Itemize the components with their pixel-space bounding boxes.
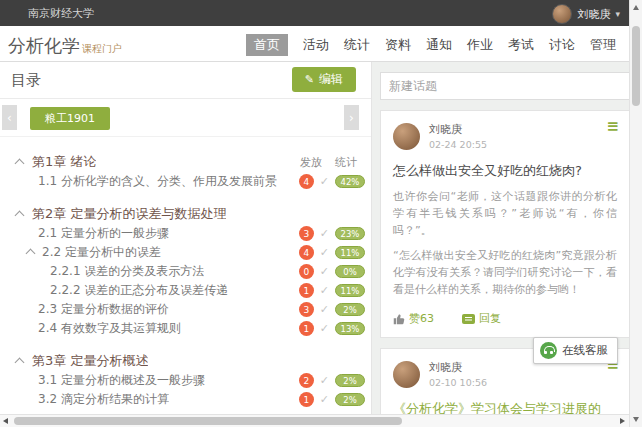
toc-section-row[interactable]: 3.1 定量分析的概述及一般步骤2✓2% xyxy=(0,371,371,390)
new-topic-input[interactable] xyxy=(380,72,630,100)
section-label[interactable]: 3.2 滴定分析结果的计算 xyxy=(38,391,169,408)
horizontal-scrollbar[interactable] xyxy=(0,414,629,427)
distribute-count-badge[interactable]: 4 xyxy=(299,174,314,189)
section-label[interactable]: 1.1 分析化学的含义、分类、作用及发展前景 xyxy=(38,173,277,190)
nav-item-3[interactable]: 资料 xyxy=(385,36,411,54)
scroll-down-icon[interactable] xyxy=(633,417,639,422)
collapse-icon[interactable] xyxy=(15,159,25,169)
toc-section-row[interactable]: 1.1 分析化学的含义、分类、作用及发展前景4✓42% xyxy=(0,172,371,191)
toc-section-row[interactable]: 2.3 定量分析数据的评价3✓2% xyxy=(0,300,371,319)
course-title: 分析化学课程门户 xyxy=(8,34,122,58)
edit-button[interactable]: ✎编辑 xyxy=(292,67,356,92)
tab-scroll-right-icon[interactable]: › xyxy=(344,105,359,130)
section-label[interactable]: 3.1 定量分析的概述及一般步骤 xyxy=(38,372,205,389)
collapse-icon[interactable] xyxy=(26,249,36,259)
toc-chapter-row[interactable]: 第1章 绪论发放统计 xyxy=(0,152,371,172)
section-label[interactable]: 2.3 定量分析数据的评价 xyxy=(38,301,169,318)
progress-pill[interactable]: 11% xyxy=(335,284,365,297)
reply-button[interactable]: 回复 xyxy=(462,311,501,326)
post-paragraph: 也许你会问“老师，这个话题跟你讲的分析化学有半毛钱关系吗？”老师说“有，你信吗？… xyxy=(393,188,617,239)
progress-pill[interactable]: 13% xyxy=(335,322,365,335)
toc-section-row[interactable]: 3.2 滴定分析结果的计算1✓2% xyxy=(0,390,371,409)
distribute-count-badge[interactable]: 1 xyxy=(299,283,314,298)
nav-item-0[interactable]: 首页 xyxy=(246,34,288,56)
page: 南京财经大学 刘晓庚 ▾ 分析化学课程门户 首页活动统计资料通知作业考试讨论管理… xyxy=(0,0,642,427)
distribute-count-badge[interactable]: 2 xyxy=(299,373,314,388)
chapter-label: 第2章 定量分析的误差与数据处理 xyxy=(32,205,226,223)
avatar[interactable] xyxy=(393,361,420,388)
nav-item-1[interactable]: 活动 xyxy=(303,36,329,54)
toc-section-row[interactable]: 2.2.1 误差的分类及表示方法0✓0% xyxy=(0,262,371,281)
section-status: 3✓23% xyxy=(299,226,365,241)
progress-pill[interactable]: 42% xyxy=(335,175,365,188)
post-footer: 赞63回复 xyxy=(393,311,617,326)
post-menu-icon[interactable]: ≡ xyxy=(606,119,619,134)
user-name: 刘晓庚 xyxy=(577,7,610,22)
check-icon: ✓ xyxy=(320,394,329,405)
check-icon: ✓ xyxy=(320,247,329,258)
scroll-left-icon[interactable] xyxy=(3,418,8,424)
horizontal-scroll-thumb[interactable] xyxy=(14,417,402,425)
section-label[interactable]: 2.2 定量分析中的误差 xyxy=(42,244,161,261)
post-author: 刘晓庚 xyxy=(429,360,487,375)
section-label[interactable]: 2.2.1 误差的分类及表示方法 xyxy=(50,263,204,280)
toc-section-row[interactable]: 2.1 定量分析的一般步骤3✓23% xyxy=(0,224,371,243)
nav-item-2[interactable]: 统计 xyxy=(344,36,370,54)
main-nav: 首页活动统计资料通知作业考试讨论管理 xyxy=(246,34,616,56)
progress-pill[interactable]: 2% xyxy=(335,303,365,316)
collapse-icon[interactable] xyxy=(15,358,25,368)
like-count-label: 赞63 xyxy=(409,311,434,326)
progress-pill[interactable]: 2% xyxy=(335,393,365,406)
discussion-post: 刘晓庚02-24 20:55≡怎么样做出安全又好吃的红烧肉?也许你会问“老师，这… xyxy=(380,110,630,338)
post-author: 刘晓庚 xyxy=(429,122,487,137)
nav-item-5[interactable]: 作业 xyxy=(467,36,493,54)
avatar[interactable] xyxy=(393,123,420,150)
vertical-scroll-thumb[interactable] xyxy=(632,26,640,106)
toc-chapter-row[interactable]: 第3章 定量分析概述 xyxy=(0,351,371,371)
toc-section-row[interactable]: 2.2.2 误差的正态分布及误差传递1✓11% xyxy=(0,281,371,300)
post-paragraph: “怎么样做出安全又好吃的红烧肉”究竟跟分析化学有没有关系？请同学们研究讨论一下，… xyxy=(393,247,617,298)
distribute-count-badge[interactable]: 3 xyxy=(299,302,314,317)
post-list: 刘晓庚02-24 20:55≡怎么样做出安全又好吃的红烧肉?也许你会问“老师，这… xyxy=(380,110,630,427)
nav-item-6[interactable]: 考试 xyxy=(508,36,534,54)
topbar: 南京财经大学 刘晓庚 ▾ xyxy=(0,0,642,26)
section-status: 1✓2% xyxy=(299,392,365,407)
post-time: 02-24 20:55 xyxy=(429,139,487,150)
distribute-count-badge[interactable]: 4 xyxy=(299,245,314,260)
distribute-count-badge[interactable]: 1 xyxy=(299,321,314,336)
nav-item-8[interactable]: 管理 xyxy=(590,36,616,54)
online-service-label: 在线客服 xyxy=(562,343,608,358)
nav-item-7[interactable]: 讨论 xyxy=(549,36,575,54)
distribute-count-badge[interactable]: 3 xyxy=(299,226,314,241)
nav-item-4[interactable]: 通知 xyxy=(426,36,452,54)
class-tab[interactable]: 粮工1901 xyxy=(30,107,110,130)
progress-pill[interactable]: 0% xyxy=(335,265,365,278)
scroll-right-icon[interactable] xyxy=(620,418,625,424)
section-label[interactable]: 2.4 有效数字及其运算规则 xyxy=(38,320,181,337)
vertical-scrollbar[interactable] xyxy=(629,0,642,427)
col-stats: 统计 xyxy=(335,155,357,170)
portal-label: 课程门户 xyxy=(82,43,122,54)
toc-chapter-row[interactable]: 第2章 定量分析的误差与数据处理 xyxy=(0,204,371,224)
like-button[interactable]: 赞63 xyxy=(393,311,434,326)
collapse-icon[interactable] xyxy=(15,211,25,221)
online-service-button[interactable]: 在线客服 xyxy=(533,337,618,364)
progress-pill[interactable]: 11% xyxy=(335,246,365,259)
distribute-count-badge[interactable]: 0 xyxy=(299,264,314,279)
progress-pill[interactable]: 23% xyxy=(335,227,365,240)
university-name: 南京财经大学 xyxy=(28,6,94,21)
section-label[interactable]: 2.2.2 误差的正态分布及误差传递 xyxy=(50,282,228,299)
check-icon: ✓ xyxy=(320,323,329,334)
toc-section-row[interactable]: 2.4 有效数字及其运算规则1✓13% xyxy=(0,319,371,338)
progress-pill[interactable]: 2% xyxy=(335,374,365,387)
user-menu[interactable]: 刘晓庚 ▾ xyxy=(552,4,620,24)
toc-section-row[interactable]: 2.2 定量分析中的误差4✓11% xyxy=(0,243,371,262)
section-label[interactable]: 2.1 定量分析的一般步骤 xyxy=(38,225,169,242)
tab-scroll-left-icon[interactable]: ‹ xyxy=(2,105,17,130)
post-title[interactable]: 怎么样做出安全又好吃的红烧肉? xyxy=(393,162,617,180)
thumbs-up-icon xyxy=(393,313,405,325)
user-avatar[interactable] xyxy=(552,4,572,24)
reply-icon xyxy=(462,314,475,324)
scroll-up-icon[interactable] xyxy=(633,5,639,10)
distribute-count-badge[interactable]: 1 xyxy=(299,392,314,407)
